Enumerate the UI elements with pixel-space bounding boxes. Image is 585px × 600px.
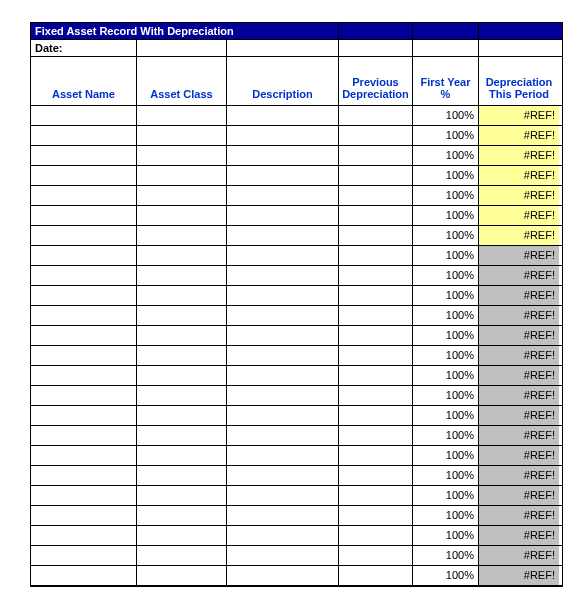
cell-description[interactable]: [227, 106, 339, 125]
cell-previous-depreciation[interactable]: [339, 466, 413, 485]
cell-depreciation-this-period[interactable]: #REF!: [479, 486, 559, 505]
cell-asset-class[interactable]: [137, 166, 227, 185]
cell-depreciation-this-period[interactable]: #REF!: [479, 206, 559, 225]
cell-depreciation-this-period[interactable]: #REF!: [479, 226, 559, 245]
cell-previous-depreciation[interactable]: [339, 326, 413, 345]
cell-asset-class[interactable]: [137, 126, 227, 145]
cell-description[interactable]: [227, 426, 339, 445]
cell-first-year-pct[interactable]: 100%: [413, 366, 479, 385]
cell-first-year-pct[interactable]: 100%: [413, 186, 479, 205]
cell-asset-class[interactable]: [137, 566, 227, 585]
cell-first-year-pct[interactable]: 100%: [413, 286, 479, 305]
cell-previous-depreciation[interactable]: [339, 266, 413, 285]
cell-depreciation-this-period[interactable]: #REF!: [479, 346, 559, 365]
cell-asset-name[interactable]: [31, 326, 137, 345]
cell-first-year-pct[interactable]: 100%: [413, 126, 479, 145]
cell-description[interactable]: [227, 546, 339, 565]
cell-depreciation-this-period[interactable]: #REF!: [479, 286, 559, 305]
cell-asset-class[interactable]: [137, 286, 227, 305]
cell-first-year-pct[interactable]: 100%: [413, 506, 479, 525]
cell-previous-depreciation[interactable]: [339, 406, 413, 425]
cell-description[interactable]: [227, 466, 339, 485]
cell-depreciation-this-period[interactable]: #REF!: [479, 146, 559, 165]
cell-asset-name[interactable]: [31, 526, 137, 545]
cell-asset-name[interactable]: [31, 166, 137, 185]
cell-first-year-pct[interactable]: 100%: [413, 386, 479, 405]
cell-previous-depreciation[interactable]: [339, 126, 413, 145]
cell-asset-class[interactable]: [137, 486, 227, 505]
cell-asset-class[interactable]: [137, 226, 227, 245]
cell-description[interactable]: [227, 346, 339, 365]
cell-asset-name[interactable]: [31, 286, 137, 305]
cell-asset-class[interactable]: [137, 106, 227, 125]
cell-description[interactable]: [227, 166, 339, 185]
cell-description[interactable]: [227, 146, 339, 165]
cell-asset-class[interactable]: [137, 446, 227, 465]
cell-asset-class[interactable]: [137, 206, 227, 225]
cell-asset-class[interactable]: [137, 386, 227, 405]
cell-first-year-pct[interactable]: 100%: [413, 326, 479, 345]
cell-asset-name[interactable]: [31, 126, 137, 145]
cell-asset-class[interactable]: [137, 186, 227, 205]
cell-description[interactable]: [227, 406, 339, 425]
cell-previous-depreciation[interactable]: [339, 226, 413, 245]
cell-asset-class[interactable]: [137, 506, 227, 525]
cell-asset-name[interactable]: [31, 566, 137, 585]
cell-asset-name[interactable]: [31, 386, 137, 405]
cell-description[interactable]: [227, 506, 339, 525]
cell-asset-class[interactable]: [137, 246, 227, 265]
cell-asset-name[interactable]: [31, 306, 137, 325]
cell-asset-name[interactable]: [31, 226, 137, 245]
cell-first-year-pct[interactable]: 100%: [413, 346, 479, 365]
cell-previous-depreciation[interactable]: [339, 426, 413, 445]
cell-depreciation-this-period[interactable]: #REF!: [479, 246, 559, 265]
cell-asset-name[interactable]: [31, 466, 137, 485]
cell-depreciation-this-period[interactable]: #REF!: [479, 166, 559, 185]
cell-first-year-pct[interactable]: 100%: [413, 306, 479, 325]
cell-first-year-pct[interactable]: 100%: [413, 226, 479, 245]
cell-first-year-pct[interactable]: 100%: [413, 146, 479, 165]
cell-previous-depreciation[interactable]: [339, 146, 413, 165]
cell-previous-depreciation[interactable]: [339, 306, 413, 325]
cell-depreciation-this-period[interactable]: #REF!: [479, 406, 559, 425]
cell-depreciation-this-period[interactable]: #REF!: [479, 466, 559, 485]
cell-description[interactable]: [227, 126, 339, 145]
cell-asset-class[interactable]: [137, 466, 227, 485]
cell-depreciation-this-period[interactable]: #REF!: [479, 366, 559, 385]
cell-first-year-pct[interactable]: 100%: [413, 466, 479, 485]
cell-asset-class[interactable]: [137, 406, 227, 425]
cell-first-year-pct[interactable]: 100%: [413, 426, 479, 445]
cell-previous-depreciation[interactable]: [339, 346, 413, 365]
cell-first-year-pct[interactable]: 100%: [413, 106, 479, 125]
cell-asset-name[interactable]: [31, 246, 137, 265]
cell-depreciation-this-period[interactable]: #REF!: [479, 446, 559, 465]
cell-asset-class[interactable]: [137, 366, 227, 385]
cell-depreciation-this-period[interactable]: #REF!: [479, 546, 559, 565]
cell-first-year-pct[interactable]: 100%: [413, 546, 479, 565]
cell-depreciation-this-period[interactable]: #REF!: [479, 566, 559, 585]
cell-asset-class[interactable]: [137, 326, 227, 345]
cell-asset-class[interactable]: [137, 426, 227, 445]
cell-previous-depreciation[interactable]: [339, 286, 413, 305]
cell-previous-depreciation[interactable]: [339, 526, 413, 545]
cell-description[interactable]: [227, 526, 339, 545]
cell-first-year-pct[interactable]: 100%: [413, 406, 479, 425]
cell-asset-name[interactable]: [31, 106, 137, 125]
cell-description[interactable]: [227, 246, 339, 265]
cell-previous-depreciation[interactable]: [339, 566, 413, 585]
cell-asset-name[interactable]: [31, 346, 137, 365]
cell-description[interactable]: [227, 226, 339, 245]
cell-previous-depreciation[interactable]: [339, 166, 413, 185]
cell-previous-depreciation[interactable]: [339, 506, 413, 525]
cell-previous-depreciation[interactable]: [339, 446, 413, 465]
cell-depreciation-this-period[interactable]: #REF!: [479, 186, 559, 205]
cell-first-year-pct[interactable]: 100%: [413, 166, 479, 185]
cell-asset-name[interactable]: [31, 206, 137, 225]
cell-description[interactable]: [227, 206, 339, 225]
cell-asset-name[interactable]: [31, 486, 137, 505]
cell-previous-depreciation[interactable]: [339, 106, 413, 125]
cell-previous-depreciation[interactable]: [339, 546, 413, 565]
cell-asset-class[interactable]: [137, 526, 227, 545]
cell-previous-depreciation[interactable]: [339, 246, 413, 265]
cell-depreciation-this-period[interactable]: #REF!: [479, 306, 559, 325]
